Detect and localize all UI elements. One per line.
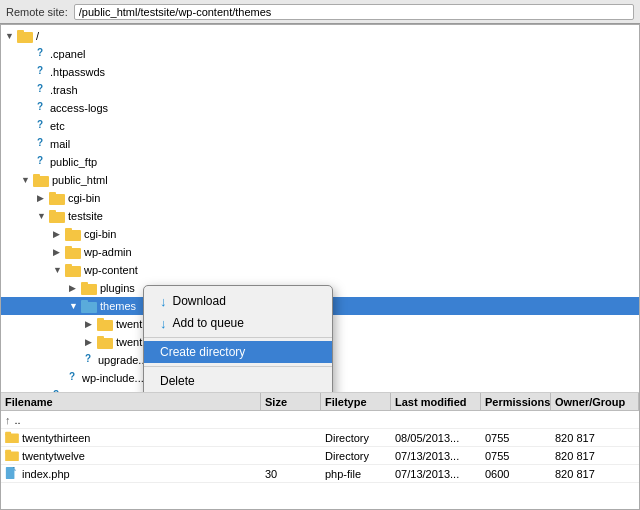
- download-icon: ↓: [160, 294, 167, 309]
- tree-item-testsite[interactable]: ▼ testsite: [1, 207, 639, 225]
- tree-item-label: upgrade...: [98, 354, 148, 366]
- tree-item-wp-content[interactable]: ▼ wp-content: [1, 261, 639, 279]
- svg-rect-1: [17, 30, 24, 34]
- remote-site-path[interactable]: [74, 4, 634, 20]
- tree-item-label: public_ftp: [50, 156, 97, 168]
- tree-item-label: .cpanel: [50, 48, 85, 60]
- svg-rect-25: [5, 450, 11, 453]
- tree-item-label: .htpasswds: [50, 66, 105, 78]
- svg-rect-23: [5, 432, 11, 435]
- tree-item-label: public_html: [52, 174, 108, 186]
- svg-rect-13: [65, 264, 72, 268]
- svg-rect-19: [97, 318, 104, 322]
- tree-item-label: mail: [50, 138, 70, 150]
- context-menu-item-create-directory[interactable]: Create directory: [144, 341, 332, 363]
- tree-item-cpanel[interactable]: ? .cpanel: [1, 45, 639, 63]
- folder-icon-row: [5, 449, 19, 463]
- svg-rect-7: [49, 210, 56, 214]
- context-menu-item-label: Create directory: [160, 345, 245, 359]
- file-list-header: Filename Size Filetype Last modified Per…: [1, 393, 639, 411]
- col-header-type: Filetype: [321, 393, 391, 410]
- tree-item-label: wp-admin: [66, 390, 114, 392]
- tree-item-etc[interactable]: ? etc: [1, 117, 639, 135]
- tree-item-label: wp-content: [84, 264, 138, 276]
- tree-item-label: themes: [100, 300, 136, 312]
- file-row[interactable]: ↑ ..: [1, 411, 639, 429]
- context-menu-item-add-to-queue[interactable]: ↓ Add to queue: [144, 312, 332, 334]
- tree-panel: ▼ / ? .cpanel ? .htpasswds: [1, 25, 639, 393]
- tree-item-label: wp-admin: [84, 246, 132, 258]
- context-menu-item-label: Add to queue: [173, 316, 244, 330]
- col-header-modified: Last modified: [391, 393, 481, 410]
- file-row[interactable]: index.php 30 php-file 07/13/2013... 0600…: [1, 465, 639, 483]
- svg-rect-11: [65, 246, 72, 250]
- file-row[interactable]: twentytwelve Directory 07/13/2013... 075…: [1, 447, 639, 465]
- tree-item-label: .trash: [50, 84, 78, 96]
- main-panel: ▼ / ? .cpanel ? .htpasswds: [0, 24, 640, 510]
- svg-rect-9: [65, 228, 72, 232]
- context-menu-item-delete[interactable]: Delete: [144, 370, 332, 392]
- svg-rect-5: [49, 192, 56, 196]
- tree-item-label: access-logs: [50, 102, 108, 114]
- context-menu-item-rename[interactable]: Rename: [144, 392, 332, 393]
- tree-item-cgi-bin[interactable]: ▶ cgi-bin: [1, 189, 639, 207]
- tree-item-public-ftp[interactable]: ? public_ftp: [1, 153, 639, 171]
- svg-rect-17: [81, 300, 88, 304]
- tree-item-label: wp-include...: [82, 372, 144, 384]
- parent-dir-icon: ↑: [5, 414, 11, 426]
- context-menu-item-download[interactable]: ↓ Download: [144, 290, 332, 312]
- tree-item-label: testsite: [68, 210, 103, 222]
- context-menu: ↓ Download ↓ Add to queue Create directo…: [143, 285, 333, 393]
- context-menu-item-label: Delete: [160, 374, 195, 388]
- remote-site-label: Remote site:: [6, 6, 68, 18]
- col-header-size: Size: [261, 393, 321, 410]
- context-menu-divider-1: [144, 337, 332, 338]
- col-header-perms: Permissions: [481, 393, 551, 410]
- tree-item-access-logs[interactable]: ? access-logs: [1, 99, 639, 117]
- context-menu-divider-2: [144, 366, 332, 367]
- tree-item-public-html[interactable]: ▼ public_html: [1, 171, 639, 189]
- add-to-queue-icon: ↓: [160, 316, 167, 331]
- svg-rect-3: [33, 174, 40, 178]
- tree-item-mail[interactable]: ? mail: [1, 135, 639, 153]
- col-header-owner: Owner/Group: [551, 393, 639, 410]
- tree-item-label: etc: [50, 120, 65, 132]
- tree-item-testsite-cgi-bin[interactable]: ▶ cgi-bin: [1, 225, 639, 243]
- tree-item-trash[interactable]: ? .trash: [1, 81, 639, 99]
- svg-rect-15: [81, 282, 88, 286]
- remote-site-bar: Remote site:: [0, 0, 640, 24]
- tree-item-label: plugins: [100, 282, 135, 294]
- folder-icon-row: [5, 431, 19, 445]
- context-menu-item-label: Download: [173, 294, 226, 308]
- file-list-panel: Filename Size Filetype Last modified Per…: [1, 393, 639, 509]
- col-header-filename: Filename: [1, 393, 261, 410]
- tree-item-label: cgi-bin: [84, 228, 116, 240]
- svg-rect-26: [6, 467, 15, 479]
- svg-rect-21: [97, 336, 104, 340]
- file-row[interactable]: twentythirteen Directory 08/05/2013... 0…: [1, 429, 639, 447]
- tree-item-wp-admin[interactable]: ▶ wp-admin: [1, 243, 639, 261]
- tree-item-htpasswds[interactable]: ? .htpasswds: [1, 63, 639, 81]
- tree-item-label: /: [36, 30, 39, 42]
- file-icon-row: [5, 467, 19, 481]
- tree-item-label: cgi-bin: [68, 192, 100, 204]
- tree-item-root[interactable]: ▼ /: [1, 27, 639, 45]
